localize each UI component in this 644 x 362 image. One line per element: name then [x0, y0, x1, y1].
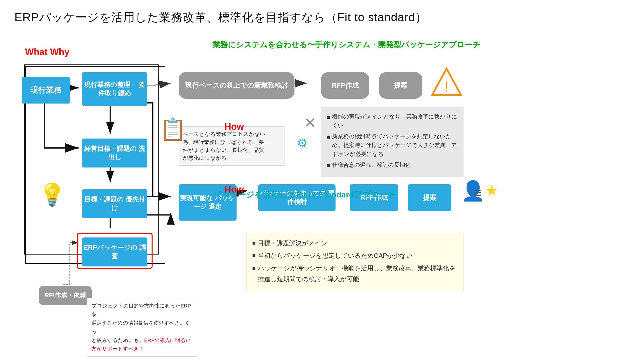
lightbulb-icon: 💡: [38, 182, 66, 207]
node-rfp1: RFP作成: [321, 72, 369, 99]
approach-top-label: 業務にシステムを合わせる〜手作りシステム・開発型パッケージアプローチ: [212, 40, 480, 50]
dots-icon: ⚙: [297, 136, 308, 150]
how1-label: How: [224, 122, 244, 132]
diagram: What Why 業務にシステムを合わせる〜手作りシステム・開発型パッケージアプ…: [14, 35, 630, 358]
what-why-label: What Why: [25, 47, 70, 57]
star-icon: ★: [485, 182, 498, 199]
rfi-note-comment: プロジェクトの目的や方向性にあったERPを選定するための情報提供を依頼すべき。ぐ…: [87, 298, 198, 357]
list-icon: ≡: [473, 184, 482, 201]
node-proposal1: 提案: [379, 72, 422, 99]
benefit-item-1: ■ 目標・課題解決がメイン: [252, 238, 458, 248]
how2-label: How: [224, 184, 244, 195]
issue-item-2: ■ 新業務の検討時点でパッケージを想定しないため、提案時に仕様とパッケージで大き…: [326, 132, 458, 158]
how1-comment: ベースとなる業務プロセスがない 為、現行業務にひっぱられる、要 件がまとまらない…: [178, 126, 285, 166]
node-new-biz-review: 現行ベースの机上での新業務検討: [178, 72, 294, 99]
node-erp-survey: ERPパッケージの 調査: [82, 238, 147, 266]
node-proposal2: 提案: [408, 184, 452, 211]
bottom-benefits-comment: ■ 目標・課題解決がメイン ■ 当初からパッケージを想定しているためGAPが少な…: [246, 233, 464, 291]
node-mgmt-goals: 経営目標・課題の 洗出し: [82, 138, 147, 168]
node-organize-reqs: 現行業務の整理・ 要件取り纏め: [82, 72, 147, 106]
issue-item-1: ■ 機能の実現がメインとなり、業務改革に繋がりにくい: [326, 112, 458, 130]
svg-text:!: !: [444, 78, 449, 94]
node-prioritize: 目標・課題の 優先付け: [82, 189, 147, 218]
node-rfi: RFI作成・依頼: [38, 286, 92, 305]
x-mark-icon: ✕: [304, 114, 316, 131]
benefit-item-3: ■ パッケージが持つシナリオ、機能を活用し、業務改革、業務標準化を推進し短期間で…: [252, 263, 458, 284]
document-icon: 📋: [159, 117, 186, 142]
page-title: ERPパッケージを活用した業務改革、標準化を目指すなら（Fit to stand…: [14, 10, 630, 25]
benefit-item-2: ■ 当初からパッケージを想定しているためGAPが少ない: [252, 250, 458, 261]
top-issues-comment: ■ 機能の実現がメインとなり、業務改革に繋がりにくい ■ 新業務の検討時点でパッ…: [321, 107, 464, 177]
issue-item-3: ■ 仕様合意の遅れ、検討の長期化: [326, 160, 458, 170]
node-current-ops: 現行業務: [22, 77, 70, 104]
warning-triangle-icon: !: [430, 66, 464, 98]
